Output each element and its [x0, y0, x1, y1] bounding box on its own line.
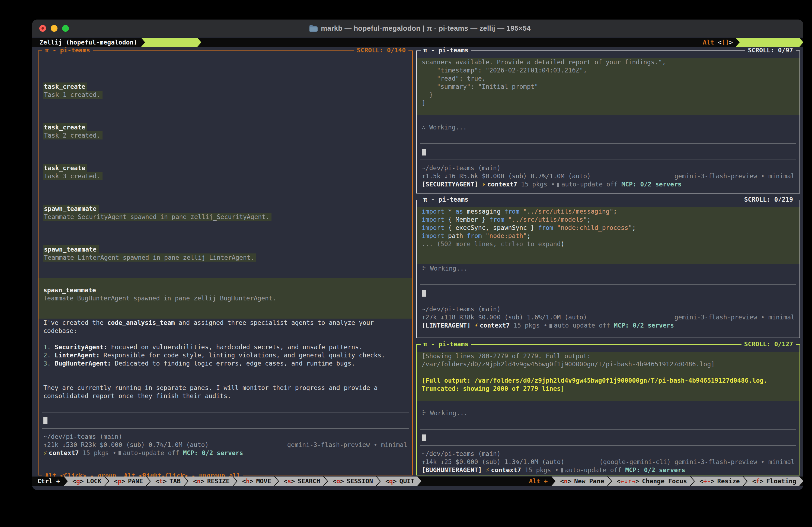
zellij-tab-bar: Zellij (hopeful-megalodon) Tab #1 Alt <[…: [32, 38, 803, 47]
tool-call-head: spawn_teammate: [43, 204, 407, 213]
tool-call-head: task_create: [43, 123, 407, 131]
prompt-row[interactable]: [43, 416, 407, 424]
cwd-line: ~/dev/pi-teams (main): [43, 432, 407, 441]
prompt-separator: [422, 281, 795, 289]
full-output-notice: [Full output: /var/folders/d0/z9jph2ld4v…: [422, 376, 795, 385]
agent-badge: [SECURITYAGENT]: [422, 181, 478, 188]
stats-line: ↑14k ↓25 $0.000 (sub) 1.3%/1.0M (auto)(g…: [422, 458, 795, 466]
assistant-message-line: They are currently running in separate p…: [43, 384, 407, 392]
zoom-button[interactable]: [62, 25, 69, 32]
tool-call-head: task_create: [43, 164, 407, 172]
folder-icon: [309, 25, 318, 32]
keybar-item-search[interactable]: sSEARCH: [275, 476, 327, 486]
code-line: import path from "node:path";: [422, 232, 795, 240]
text-cursor: [422, 290, 426, 297]
bolt-icon: ⚡: [43, 450, 47, 456]
spinner-icon: ⠗: [422, 410, 426, 416]
keybar-item-new-pane[interactable]: nNew Pane: [551, 476, 611, 486]
cwd-line: ~/dev/pi-teams (main): [422, 164, 795, 172]
keybar-item-quit[interactable]: qQUIT: [377, 476, 421, 486]
alt-bracket-hint: Alt <[]>: [703, 39, 733, 46]
bolt-icon: ⚡: [474, 322, 478, 329]
keybar-item-tab[interactable]: tTAB: [147, 476, 188, 486]
text-cursor: [422, 149, 426, 156]
bolt-icon: ⚡: [482, 181, 486, 188]
minimize-button[interactable]: [51, 25, 58, 32]
tab-1[interactable]: Tab #1: [141, 38, 201, 47]
spinner-icon: ∴: [422, 124, 425, 131]
cwd-line: ~/dev/pi-teams (main): [422, 450, 795, 458]
prompt-separator: [422, 297, 795, 305]
working-indicator: ⠗ Working...: [422, 264, 795, 272]
agent-status-line: [LINTERAGENT] ⚡context7 15 pkgs •auto-up…: [422, 321, 795, 329]
assistant-message-line: codebase:: [43, 327, 407, 335]
text-cursor: [422, 435, 426, 441]
full-output-notice: Truncated: showing 2000 of 2779 lines]: [422, 385, 795, 393]
keybar-item-move[interactable]: hMOVE: [233, 476, 278, 486]
tool-call-head: spawn_teammate: [43, 245, 407, 254]
pane-content: task_create Task 1 created. task_create …: [39, 51, 412, 475]
tool-call-result: Task 3 created.: [43, 172, 407, 180]
prompt-separator: [422, 425, 795, 433]
keybar-item-session[interactable]: oSESSION: [324, 476, 380, 486]
keybar-item-resize-alt[interactable]: +-Resize: [691, 476, 747, 486]
cwd-line: ~/dev/pi-teams (main): [422, 305, 795, 313]
assistant-message-line: consolidated report once they finish the…: [43, 392, 407, 400]
prompt-separator: [422, 442, 795, 450]
agent-list-item: 3. BugHunterAgent: Dedicated to finding …: [43, 359, 407, 368]
prompt-separator: [422, 140, 795, 148]
layout-indicator-vertical[interactable]: VERTICAL: [736, 38, 803, 47]
close-button[interactable]: [39, 25, 46, 32]
prompt-row[interactable]: [422, 433, 795, 442]
tool-call-result: Teammate SecurityAgent spawned in pane z…: [43, 213, 407, 221]
titlebar[interactable]: markb — hopeful-megalodon | π - pi-teams…: [32, 19, 803, 38]
spinner-icon: ⠗: [422, 265, 426, 272]
agent-list-item: 1. SecurityAgent: Focused on vulnerabili…: [43, 343, 407, 351]
tool-call-result: Teammate BugHunterAgent spawned in pane …: [43, 294, 407, 302]
keybar-alt-modifier: Alt +: [520, 476, 555, 486]
keybar-item-pane[interactable]: pPANE: [105, 476, 150, 486]
code-line: ... (502 more lines, ctrl+o to expand): [422, 240, 795, 248]
pane-bughunter-agent[interactable]: π - pi-teams SCROLL:0/127 [Showing lines…: [416, 344, 800, 475]
prompt-row[interactable]: [422, 289, 795, 297]
text-cursor: [43, 417, 47, 424]
pane-security-agent[interactable]: π - pi-teams SCROLL:0/97 scanners availa…: [416, 51, 800, 194]
agent-badge: [BUGHUNTERAGENT]: [422, 467, 482, 473]
stats-line: ↑1.5k ↓16 R5.6k $0.000 (sub) 0.7%/1.0M (…: [422, 172, 795, 180]
prompt-separator: [422, 156, 795, 164]
stats-line: ↑21k ↓530 R23k $0.000 (sub) 0.7%/1.0M (a…: [43, 441, 407, 449]
tool-call-result: Task 2 created.: [43, 131, 407, 140]
agent-status-line: [BUGHUNTERAGENT] ⚡context7 15 pkgs •auto…: [422, 466, 795, 474]
keybar-item-floating[interactable]: fFloating: [744, 476, 803, 486]
pane-linter-agent[interactable]: π - pi-teams SCROLL:0/219 import * as me…: [416, 200, 800, 338]
bolt-icon: ⚡: [485, 467, 489, 473]
tool-call-result: Task 1 created.: [43, 91, 407, 99]
prompt-row[interactable]: [422, 148, 795, 156]
tool-call-head: spawn_teammate: [43, 286, 407, 294]
assistant-message-line: I've created the code_analysis_team and …: [43, 318, 407, 327]
agent-list-item: 2. LinterAgent: Responsible for code sty…: [43, 351, 407, 359]
agent-badge: [LINTERAGENT]: [422, 322, 470, 329]
pause-icon: [561, 468, 563, 472]
code-line: import * as messaging from "../src/utils…: [422, 207, 795, 215]
keybar-item-lock[interactable]: gLOCK: [64, 476, 108, 486]
pane-orchestrator[interactable]: π - pi-teams SCROLL:0/140 task_create Ta…: [38, 51, 413, 475]
tool-output-block: scanners available. Provide a detailed r…: [417, 58, 799, 115]
terminal-window: markb — hopeful-megalodon | π - pi-teams…: [32, 19, 803, 490]
keybinding-bar: Ctrl + gLOCK pPANE tTAB nRESIZE hMOVE sS…: [32, 476, 803, 486]
session-name: Zellij (hopeful-megalodon): [40, 39, 137, 46]
traffic-lights: [39, 25, 69, 32]
agent-status-line: [SECURITYAGENT] ⚡context7 15 pkgs •auto-…: [422, 180, 795, 188]
pause-icon: [118, 451, 121, 455]
code-line: import { Member } from "../src/utils/mod…: [422, 215, 795, 224]
prompt-separator: [43, 408, 407, 416]
tool-call-head: task_create: [43, 83, 407, 91]
keybar-item-resize[interactable]: nRESIZE: [185, 476, 237, 486]
workspace: π - pi-teams SCROLL:0/140 task_create Ta…: [32, 47, 803, 476]
working-indicator: ⠗ Working...: [422, 409, 795, 417]
keybar-ctrl-modifier: Ctrl +: [32, 476, 67, 486]
stats-line: ↑27k ↓118 R38k $0.000 (sub) 1.6%/1.0M (a…: [422, 313, 795, 321]
keybar-item-change-focus[interactable]: ←↓↑→Change Focus: [608, 476, 694, 486]
prompt-separator: [43, 424, 407, 432]
tool-output-block: [Showing lines 780-2779 of 2779. Full ou…: [417, 352, 799, 401]
